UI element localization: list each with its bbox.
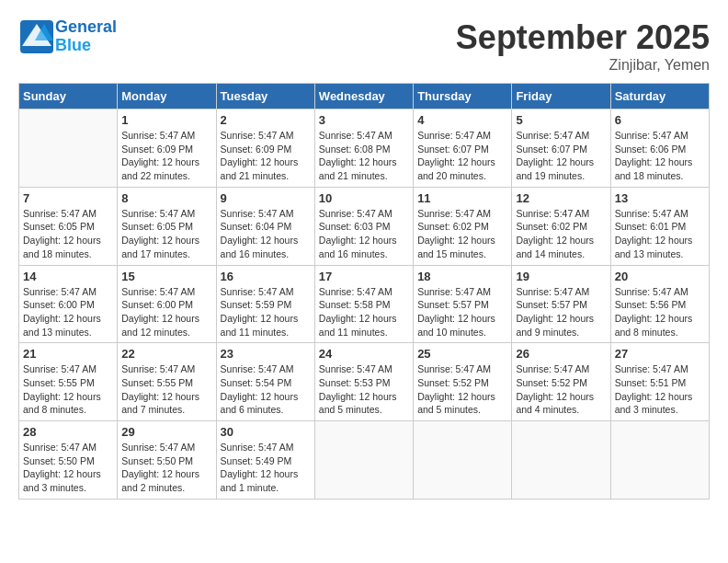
calendar-cell: 27Sunrise: 5:47 AM Sunset: 5:51 PM Dayli… <box>610 343 709 421</box>
calendar-cell: 25Sunrise: 5:47 AM Sunset: 5:52 PM Dayli… <box>414 343 512 421</box>
calendar-week-row: 28Sunrise: 5:47 AM Sunset: 5:50 PM Dayli… <box>19 421 710 500</box>
day-number: 2 <box>221 113 311 127</box>
day-number: 6 <box>615 113 705 127</box>
logo-icon <box>18 18 55 55</box>
day-number: 21 <box>23 347 113 361</box>
day-info: Sunrise: 5:47 AM Sunset: 6:00 PM Dayligh… <box>23 285 113 339</box>
calendar-cell: 12Sunrise: 5:47 AM Sunset: 6:02 PM Dayli… <box>512 187 610 265</box>
day-info: Sunrise: 5:47 AM Sunset: 6:05 PM Dayligh… <box>121 207 211 261</box>
day-info: Sunrise: 5:47 AM Sunset: 6:00 PM Dayligh… <box>121 285 211 339</box>
page-header: General Blue September 2025 Zinjibar, Ye… <box>18 18 710 74</box>
day-info: Sunrise: 5:47 AM Sunset: 5:50 PM Dayligh… <box>23 441 113 495</box>
day-number: 17 <box>319 270 409 283</box>
day-number: 26 <box>516 347 606 361</box>
calendar-cell <box>414 421 512 500</box>
day-info: Sunrise: 5:47 AM Sunset: 6:04 PM Dayligh… <box>221 207 311 261</box>
calendar-cell: 19Sunrise: 5:47 AM Sunset: 5:57 PM Dayli… <box>512 265 610 343</box>
day-info: Sunrise: 5:47 AM Sunset: 5:52 PM Dayligh… <box>417 362 507 417</box>
calendar-week-row: 14Sunrise: 5:47 AM Sunset: 6:00 PM Dayli… <box>19 265 710 343</box>
calendar-cell: 5Sunrise: 5:47 AM Sunset: 6:07 PM Daylig… <box>512 109 610 188</box>
day-number: 4 <box>417 113 507 127</box>
day-info: Sunrise: 5:47 AM Sunset: 6:07 PM Dayligh… <box>417 129 507 183</box>
day-number: 1 <box>121 113 211 127</box>
weekday-header-wednesday: Wednesday <box>314 84 413 109</box>
day-number: 15 <box>121 270 211 283</box>
calendar-cell: 10Sunrise: 5:47 AM Sunset: 6:03 PM Dayli… <box>314 187 413 265</box>
day-info: Sunrise: 5:47 AM Sunset: 5:56 PM Dayligh… <box>615 285 705 339</box>
day-number: 9 <box>221 191 311 205</box>
logo-line1: General <box>55 18 117 37</box>
day-info: Sunrise: 5:47 AM Sunset: 5:54 PM Dayligh… <box>221 362 311 417</box>
day-info: Sunrise: 5:47 AM Sunset: 5:49 PM Dayligh… <box>221 441 311 495</box>
calendar-cell: 11Sunrise: 5:47 AM Sunset: 6:02 PM Dayli… <box>414 187 512 265</box>
day-number: 25 <box>417 347 507 361</box>
day-info: Sunrise: 5:47 AM Sunset: 6:06 PM Dayligh… <box>615 129 705 183</box>
day-number: 5 <box>516 113 606 127</box>
calendar-cell: 23Sunrise: 5:47 AM Sunset: 5:54 PM Dayli… <box>216 343 314 421</box>
calendar-cell: 13Sunrise: 5:47 AM Sunset: 6:01 PM Dayli… <box>610 187 709 265</box>
calendar-cell: 3Sunrise: 5:47 AM Sunset: 6:08 PM Daylig… <box>314 109 413 188</box>
day-number: 23 <box>221 347 311 361</box>
day-info: Sunrise: 5:47 AM Sunset: 5:57 PM Dayligh… <box>516 285 606 339</box>
calendar-week-row: 7Sunrise: 5:47 AM Sunset: 6:05 PM Daylig… <box>19 187 710 265</box>
calendar-cell: 30Sunrise: 5:47 AM Sunset: 5:49 PM Dayli… <box>216 421 314 500</box>
weekday-header-friday: Friday <box>512 84 610 109</box>
day-info: Sunrise: 5:47 AM Sunset: 5:53 PM Dayligh… <box>319 362 409 417</box>
day-number: 7 <box>23 191 113 205</box>
day-info: Sunrise: 5:47 AM Sunset: 6:01 PM Dayligh… <box>615 207 705 261</box>
calendar-cell: 21Sunrise: 5:47 AM Sunset: 5:55 PM Dayli… <box>19 343 118 421</box>
calendar-cell <box>610 421 709 500</box>
weekday-header-row: SundayMondayTuesdayWednesdayThursdayFrid… <box>19 84 710 109</box>
calendar-cell: 7Sunrise: 5:47 AM Sunset: 6:05 PM Daylig… <box>19 187 118 265</box>
calendar-cell: 8Sunrise: 5:47 AM Sunset: 6:05 PM Daylig… <box>118 187 216 265</box>
calendar-cell: 26Sunrise: 5:47 AM Sunset: 5:52 PM Dayli… <box>512 343 610 421</box>
title-block: September 2025 Zinjibar, Yemen <box>456 18 710 74</box>
day-info: Sunrise: 5:47 AM Sunset: 5:55 PM Dayligh… <box>23 362 113 417</box>
calendar-cell: 2Sunrise: 5:47 AM Sunset: 6:09 PM Daylig… <box>216 109 314 188</box>
calendar-cell: 15Sunrise: 5:47 AM Sunset: 6:00 PM Dayli… <box>118 265 216 343</box>
day-number: 11 <box>417 191 507 205</box>
day-info: Sunrise: 5:47 AM Sunset: 6:02 PM Dayligh… <box>516 207 606 261</box>
calendar-cell: 16Sunrise: 5:47 AM Sunset: 5:59 PM Dayli… <box>216 265 314 343</box>
calendar-cell <box>314 421 413 500</box>
calendar-cell: 4Sunrise: 5:47 AM Sunset: 6:07 PM Daylig… <box>414 109 512 188</box>
location: Zinjibar, Yemen <box>456 57 710 74</box>
calendar-cell: 29Sunrise: 5:47 AM Sunset: 5:50 PM Dayli… <box>118 421 216 500</box>
calendar-table: SundayMondayTuesdayWednesdayThursdayFrid… <box>18 83 710 500</box>
day-info: Sunrise: 5:47 AM Sunset: 6:02 PM Dayligh… <box>417 207 507 261</box>
calendar-cell: 14Sunrise: 5:47 AM Sunset: 6:00 PM Dayli… <box>19 265 118 343</box>
calendar-cell <box>19 109 118 188</box>
logo: General Blue <box>18 18 117 55</box>
day-info: Sunrise: 5:47 AM Sunset: 6:03 PM Dayligh… <box>319 207 409 261</box>
day-number: 20 <box>615 270 705 283</box>
month-title: September 2025 <box>456 18 710 57</box>
day-number: 16 <box>221 270 311 283</box>
calendar-cell: 20Sunrise: 5:47 AM Sunset: 5:56 PM Dayli… <box>610 265 709 343</box>
calendar-cell <box>512 421 610 500</box>
day-number: 10 <box>319 191 409 205</box>
day-info: Sunrise: 5:47 AM Sunset: 6:09 PM Dayligh… <box>221 129 311 183</box>
day-number: 30 <box>221 425 311 439</box>
day-info: Sunrise: 5:47 AM Sunset: 6:09 PM Dayligh… <box>121 129 211 183</box>
calendar-cell: 18Sunrise: 5:47 AM Sunset: 5:57 PM Dayli… <box>414 265 512 343</box>
day-number: 3 <box>319 113 409 127</box>
calendar-cell: 17Sunrise: 5:47 AM Sunset: 5:58 PM Dayli… <box>314 265 413 343</box>
day-info: Sunrise: 5:47 AM Sunset: 5:51 PM Dayligh… <box>615 362 705 417</box>
logo-line2: Blue <box>55 37 117 55</box>
calendar-cell: 1Sunrise: 5:47 AM Sunset: 6:09 PM Daylig… <box>118 109 216 188</box>
day-info: Sunrise: 5:47 AM Sunset: 5:52 PM Dayligh… <box>516 362 606 417</box>
day-info: Sunrise: 5:47 AM Sunset: 5:59 PM Dayligh… <box>221 285 311 339</box>
day-number: 27 <box>615 347 705 361</box>
calendar-week-row: 1Sunrise: 5:47 AM Sunset: 6:09 PM Daylig… <box>19 109 710 188</box>
day-info: Sunrise: 5:47 AM Sunset: 6:07 PM Dayligh… <box>516 129 606 183</box>
calendar-week-row: 21Sunrise: 5:47 AM Sunset: 5:55 PM Dayli… <box>19 343 710 421</box>
day-number: 28 <box>23 425 113 439</box>
day-info: Sunrise: 5:47 AM Sunset: 5:57 PM Dayligh… <box>417 285 507 339</box>
day-number: 8 <box>121 191 211 205</box>
calendar-cell: 28Sunrise: 5:47 AM Sunset: 5:50 PM Dayli… <box>19 421 118 500</box>
weekday-header-tuesday: Tuesday <box>216 84 314 109</box>
day-number: 12 <box>516 191 606 205</box>
weekday-header-thursday: Thursday <box>414 84 512 109</box>
day-number: 19 <box>516 270 606 283</box>
calendar-cell: 22Sunrise: 5:47 AM Sunset: 5:55 PM Dayli… <box>118 343 216 421</box>
